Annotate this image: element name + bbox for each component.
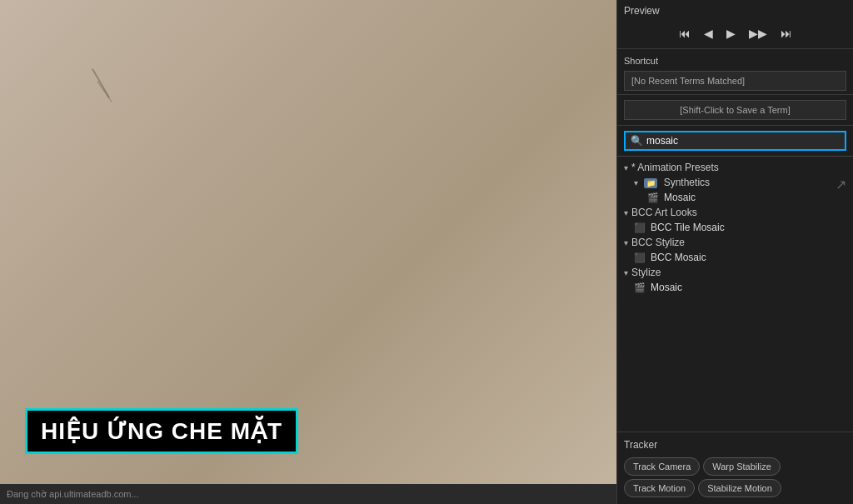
search-section: 🔍 xyxy=(617,126,853,157)
track-motion-button[interactable]: Track Motion xyxy=(624,479,695,497)
text-overlay: HIỆU ỨNG CHE MẶT xyxy=(25,408,298,454)
save-term-box[interactable]: [Shift-Click to Save a Term] xyxy=(624,100,846,120)
shortcut-value: [No Recent Terms Matched] xyxy=(624,71,846,91)
preview-prev-btn[interactable]: ◀ xyxy=(701,25,716,42)
tree-leaf-bcc-tile-mosaic[interactable]: ⬛ BCC Tile Mosaic xyxy=(617,220,853,235)
tree-leaf-mosaic-1[interactable]: 🎬 Mosaic xyxy=(617,190,836,205)
warp-stabilize-button[interactable]: Warp Stabilize xyxy=(703,457,781,476)
shortcut-section: Shortcut [No Recent Terms Matched] xyxy=(617,49,853,95)
tracker-buttons: Track Camera Warp Stabilize Track Motion… xyxy=(624,457,846,497)
search-icon: 🔍 xyxy=(631,135,643,147)
status-text: Đang chờ api.ultimateadb.com... xyxy=(7,489,139,500)
scratch-mark-1 xyxy=(92,68,110,98)
synthetics-label: Synthetics xyxy=(664,177,710,188)
preview-first-btn[interactable]: ⏮ xyxy=(676,25,694,42)
preview-section: Preview ⏮ ◀ ▶ ▶▶ ⏭ xyxy=(617,0,853,49)
preview-last-btn[interactable]: ⏭ xyxy=(777,25,796,42)
preset-icon-1: 🎬 xyxy=(647,192,659,203)
tree-group-stylize[interactable]: ▾Stylize xyxy=(617,265,853,280)
plugin-icon-1: ⬛ xyxy=(634,222,646,233)
tree-group-bcc-stylize[interactable]: ▾BCC Stylize xyxy=(617,235,853,250)
preview-play-btn[interactable]: ▶ xyxy=(723,25,739,42)
tree-group-bcc-art-looks[interactable]: ▾BCC Art Looks xyxy=(617,205,853,220)
tracker-title: Tracker xyxy=(624,439,846,451)
scratch-mark-2 xyxy=(97,81,112,102)
track-camera-button[interactable]: Track Camera xyxy=(624,457,700,476)
search-input[interactable] xyxy=(646,135,840,147)
status-bar: Đang chờ api.ultimateadb.com... xyxy=(0,484,616,504)
right-panel: Preview ⏮ ◀ ▶ ▶▶ ⏭ Shortcut [No Recent T… xyxy=(616,0,853,504)
overlay-text: HIỆU ỨNG CHE MẶT xyxy=(41,418,282,444)
preset-icon-2: 🎬 xyxy=(634,282,646,293)
effects-tree: ▾* Animation Presets ▾ 📁 Synthetics ↗ 🎬 … xyxy=(617,157,853,432)
tree-leaf-bcc-mosaic[interactable]: ⬛ BCC Mosaic xyxy=(617,250,853,265)
tree-leaf-mosaic-2[interactable]: 🎬 Mosaic xyxy=(617,280,853,295)
tree-group-synthetics[interactable]: ▾ 📁 Synthetics ↗ xyxy=(617,175,853,190)
shortcut-label: Shortcut xyxy=(624,56,846,66)
preview-controls: ⏮ ◀ ▶ ▶▶ ⏭ xyxy=(624,22,846,45)
cursor-indicator: ↗ xyxy=(836,177,846,192)
stabilize-motion-button[interactable]: Stabilize Motion xyxy=(698,479,781,497)
preview-next-btn[interactable]: ▶▶ xyxy=(746,25,771,42)
search-input-wrap: 🔍 xyxy=(624,131,846,151)
save-term-section: [Shift-Click to Save a Term] xyxy=(617,95,853,126)
video-panel: HIỆU ỨNG CHE MẶT Đang chờ api.ultimatead… xyxy=(0,0,616,504)
tree-group-animation-presets[interactable]: ▾* Animation Presets xyxy=(617,160,853,175)
plugin-icon-2: ⬛ xyxy=(634,252,646,263)
tracker-section: Tracker Track Camera Warp Stabilize Trac… xyxy=(617,432,853,504)
preview-title: Preview xyxy=(624,5,846,17)
